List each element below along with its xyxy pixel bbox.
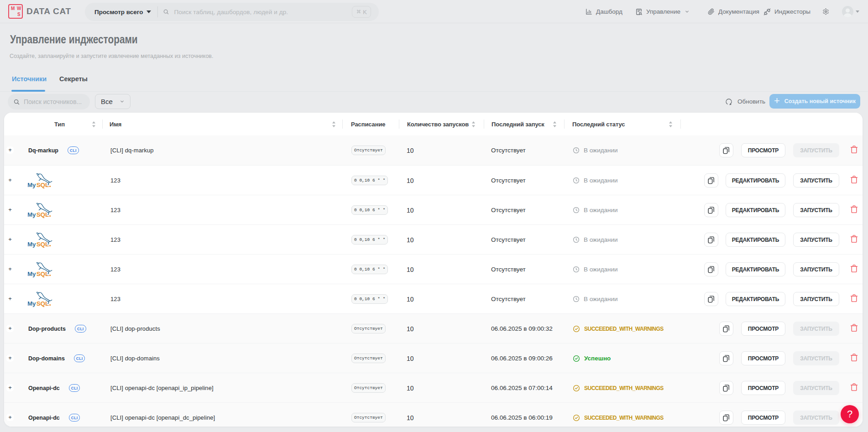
svg-text:My: My: [28, 241, 36, 248]
svg-text:SQL: SQL: [37, 271, 49, 277]
svg-text:SQL: SQL: [37, 241, 49, 248]
svg-text:SQL: SQL: [37, 211, 49, 218]
svg-text:My: My: [28, 300, 36, 307]
svg-text:SQL: SQL: [37, 300, 49, 307]
svg-text:My: My: [28, 211, 36, 218]
svg-text:My: My: [28, 271, 36, 277]
svg-text:My: My: [28, 182, 36, 188]
svg-text:SQL: SQL: [37, 182, 49, 188]
